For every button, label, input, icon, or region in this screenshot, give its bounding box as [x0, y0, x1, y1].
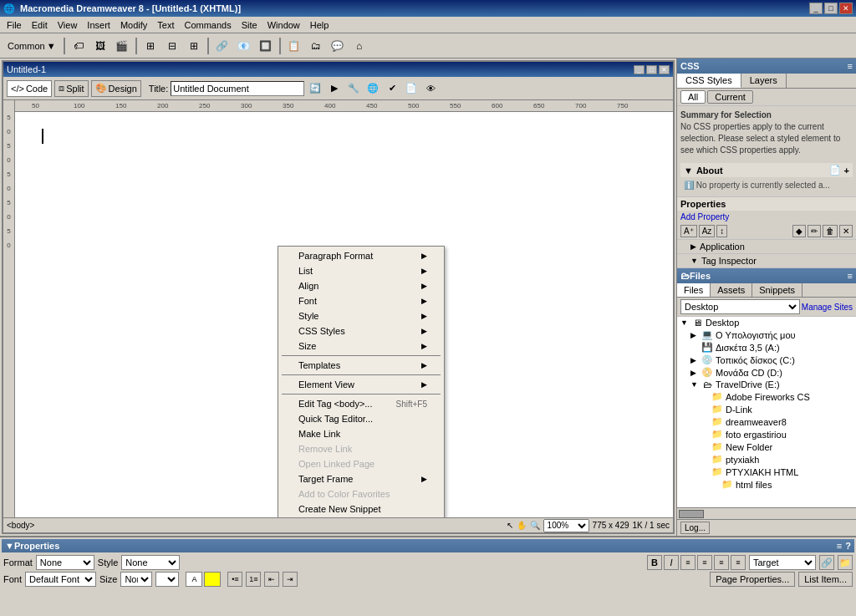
log-btn[interactable]: Log...: [680, 522, 710, 534]
toolbar-btn-7[interactable]: 🔗: [212, 37, 232, 55]
tree-item[interactable]: 📁Adobe Fireworks CS: [677, 390, 856, 403]
location-select[interactable]: Desktop: [680, 299, 800, 314]
doc-minimize[interactable]: _: [634, 65, 645, 74]
prop-btn-4[interactable]: ◆: [792, 225, 806, 237]
view-code-btn[interactable]: </> Code: [7, 80, 52, 97]
context-menu-item[interactable]: Paragraph Format: [278, 248, 444, 263]
tree-item[interactable]: 📁PTYXIAKH HTML: [677, 466, 856, 478]
context-menu-item[interactable]: Target Frame: [278, 471, 444, 486]
tree-item[interactable]: ▼🖥Desktop: [677, 317, 856, 328]
canvas-area[interactable]: Paragraph FormatListAlignFontStyleCSS St…: [15, 112, 673, 517]
toolbar-btn-9[interactable]: 🔲: [256, 37, 276, 55]
page-properties-btn[interactable]: Page Properties...: [710, 572, 795, 587]
prop-btn-1[interactable]: A⁺: [680, 225, 697, 237]
toolbar-btn-12[interactable]: 💬: [328, 37, 348, 55]
prop-btn-6[interactable]: 🗑: [823, 225, 838, 237]
about-icon2[interactable]: +: [844, 165, 849, 176]
tree-item[interactable]: ▶💻Ο Υπολογιστής μου: [677, 328, 856, 341]
category-dropdown[interactable]: Common ▼: [3, 39, 60, 53]
tab-layers[interactable]: Layers: [741, 74, 787, 88]
browse-link-btn[interactable]: 📁: [838, 555, 853, 570]
highlight-color-btn[interactable]: [204, 572, 221, 587]
format-select[interactable]: None: [36, 555, 94, 570]
doc-close[interactable]: ✕: [659, 65, 670, 74]
toolbar-btn-10[interactable]: 📋: [284, 37, 304, 55]
panel-options-icon[interactable]: ≡: [848, 61, 853, 71]
ordered-list-btn[interactable]: 1≡: [246, 572, 261, 587]
size-unit-select[interactable]: [155, 572, 179, 587]
context-menu-item[interactable]: Make Link: [278, 426, 444, 441]
menu-site[interactable]: Site: [237, 17, 262, 33]
current-btn[interactable]: Current: [707, 90, 753, 104]
size-select[interactable]: None: [120, 572, 152, 587]
align-left-btn[interactable]: ≡: [680, 555, 696, 570]
tab-css-styles[interactable]: CSS Styles: [677, 74, 741, 88]
context-menu-item[interactable]: Templates: [278, 358, 444, 373]
view-design-btn[interactable]: 🎨 Design: [91, 80, 141, 97]
outdent-btn[interactable]: ⇤: [264, 572, 279, 587]
page-title-input[interactable]: [171, 81, 304, 96]
context-menu-item[interactable]: Create New Snippet: [278, 501, 444, 517]
all-btn[interactable]: All: [680, 90, 706, 104]
tree-item[interactable]: 📁dreamweaver8: [677, 415, 856, 428]
debug-btn[interactable]: 🔧: [345, 80, 362, 97]
context-menu-item[interactable]: Size: [278, 339, 444, 354]
prop-btn-5[interactable]: ✏: [808, 225, 821, 237]
tab-files[interactable]: Files: [677, 283, 711, 297]
font-select[interactable]: Default Font: [25, 572, 96, 587]
tree-item[interactable]: 💾Δισκέτα 3,5 (A:): [677, 341, 856, 354]
tree-item[interactable]: 📁ptyxiakh: [677, 453, 856, 466]
align-right-btn[interactable]: ≡: [714, 555, 729, 570]
tree-item[interactable]: ▶💿Τοπικός δίσκος (C:): [677, 354, 856, 366]
bold-btn[interactable]: B: [647, 555, 662, 570]
toolbar-btn-2[interactable]: 🖼: [90, 37, 110, 55]
close-button[interactable]: ✕: [839, 3, 853, 14]
add-property-link[interactable]: Add Property: [677, 211, 856, 223]
prop-btn-3[interactable]: ↕: [716, 225, 727, 237]
context-menu-item[interactable]: List: [278, 263, 444, 278]
tag-inspector-header[interactable]: ▼ Tag Inspector: [677, 254, 856, 267]
view-options-btn[interactable]: 👁: [422, 80, 439, 97]
minimize-button[interactable]: _: [809, 3, 823, 14]
toolbar-btn-8[interactable]: 📧: [234, 37, 254, 55]
tree-item[interactable]: ▼🗁TravelDrive (E:): [677, 379, 856, 390]
menu-view[interactable]: View: [53, 17, 83, 33]
indent-btn[interactable]: ⇥: [283, 572, 298, 587]
manage-sites-link[interactable]: Manage Sites: [802, 303, 853, 312]
zoom-select[interactable]: 100%: [543, 519, 589, 532]
align-justify-btn[interactable]: ≡: [731, 555, 746, 570]
tab-assets[interactable]: Assets: [711, 283, 752, 297]
menu-file[interactable]: File: [2, 17, 27, 33]
tree-item[interactable]: ▶📀Μονάδα CD (D:): [677, 366, 856, 379]
style-select[interactable]: None: [121, 555, 180, 570]
context-menu-item[interactable]: Quick Tag Editor...: [278, 411, 444, 426]
context-menu-item[interactable]: Edit Tag <body>...Shift+F5: [278, 396, 444, 411]
menu-window[interactable]: Window: [262, 17, 305, 33]
tree-item[interactable]: 📁New Folder: [677, 440, 856, 453]
menu-modify[interactable]: Modify: [115, 17, 152, 33]
tree-item[interactable]: 📁foto ergastiriou: [677, 428, 856, 440]
list-item-btn[interactable]: List Item...: [798, 572, 853, 587]
context-menu-item[interactable]: Element View: [278, 377, 444, 392]
align-center-btn[interactable]: ≡: [697, 555, 712, 570]
files-options-icon[interactable]: ≡: [848, 271, 853, 281]
toolbar-btn-11[interactable]: 🗂: [306, 37, 326, 55]
italic-btn[interactable]: I: [664, 555, 679, 570]
toolbar-btn-4[interactable]: ⊞: [140, 37, 160, 55]
context-menu-item[interactable]: CSS Styles: [278, 323, 444, 339]
unordered-list-btn[interactable]: •≡: [227, 572, 242, 587]
menu-edit[interactable]: Edit: [27, 17, 53, 33]
bottom-help-icon[interactable]: ?: [845, 541, 851, 551]
tree-item[interactable]: 📁html files: [677, 478, 856, 491]
toolbar-btn-1[interactable]: 🏷: [69, 37, 89, 55]
context-menu-item[interactable]: Style: [278, 308, 444, 323]
validate-btn[interactable]: ✔: [384, 80, 400, 97]
horizontal-scrollbar[interactable]: [677, 507, 856, 519]
menu-insert[interactable]: Insert: [82, 17, 115, 33]
prop-btn-7[interactable]: ✕: [839, 225, 853, 237]
browser-btn[interactable]: 🌐: [364, 80, 381, 97]
doc-maximize[interactable]: □: [646, 65, 657, 74]
link-icon-btn[interactable]: 🔗: [819, 555, 834, 570]
file-mgmt-btn[interactable]: 📄: [403, 80, 420, 97]
target-select[interactable]: Target: [749, 555, 816, 570]
